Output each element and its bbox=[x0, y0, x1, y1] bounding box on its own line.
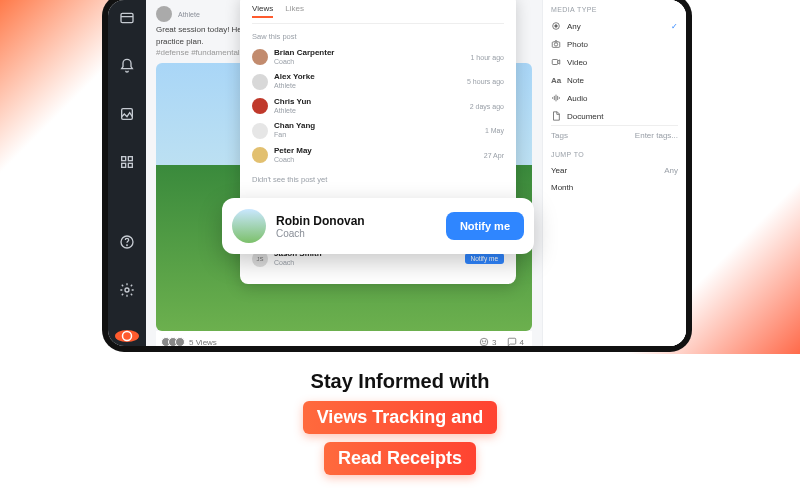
viewed-ago: 27 Apr bbox=[484, 152, 504, 159]
audio-icon bbox=[551, 93, 561, 103]
saw-label: Saw this post bbox=[252, 32, 504, 41]
media-type-note[interactable]: AaNote bbox=[551, 71, 678, 89]
gear-icon[interactable] bbox=[119, 282, 135, 298]
tags-label: Tags bbox=[551, 131, 568, 140]
avatar bbox=[252, 147, 268, 163]
svg-point-9 bbox=[123, 332, 132, 341]
jumpto-header: JUMP TO bbox=[551, 151, 678, 158]
inbox-icon[interactable] bbox=[119, 10, 135, 26]
avatar bbox=[156, 6, 172, 22]
year-label: Year bbox=[551, 166, 567, 175]
svg-rect-0 bbox=[121, 13, 133, 22]
notify-button-small[interactable]: Notify me bbox=[465, 253, 504, 264]
marketing-copy: Stay Informed with Views Tracking and Re… bbox=[0, 354, 800, 475]
svg-point-12 bbox=[485, 341, 486, 342]
svg-point-14 bbox=[555, 25, 558, 28]
text-icon: Aa bbox=[551, 75, 561, 85]
avatar bbox=[252, 98, 268, 114]
marketing-pill-1: Views Tracking and bbox=[303, 401, 498, 434]
author-role: Athlete bbox=[178, 11, 200, 18]
viewer-row[interactable]: Brian CarpenterCoach1 hour ago bbox=[252, 45, 504, 69]
svg-rect-3 bbox=[128, 157, 132, 161]
circle-dot-icon bbox=[551, 21, 561, 31]
viewed-ago: 5 hours ago bbox=[467, 78, 504, 85]
svg-rect-17 bbox=[552, 60, 557, 65]
help-icon[interactable] bbox=[119, 234, 135, 250]
highlight-role: Coach bbox=[276, 228, 365, 239]
comment-icon bbox=[507, 337, 517, 346]
media-type-audio[interactable]: Audio bbox=[551, 89, 678, 107]
media-type-photo[interactable]: Photo bbox=[551, 35, 678, 53]
tab-views[interactable]: Views bbox=[252, 4, 273, 18]
viewer-row[interactable]: Alex YorkeAthlete5 hours ago bbox=[252, 69, 504, 93]
sidebar-add-button[interactable] bbox=[115, 330, 139, 342]
viewed-ago: 2 days ago bbox=[470, 103, 504, 110]
views-label[interactable]: 5 Views bbox=[189, 338, 217, 347]
filter-panel: MEDIA TYPE Any✓PhotoVideoAaNoteAudioDocu… bbox=[542, 0, 686, 346]
svg-rect-5 bbox=[128, 163, 132, 167]
svg-point-7 bbox=[127, 245, 128, 246]
apps-icon[interactable] bbox=[119, 154, 135, 170]
bell-icon[interactable] bbox=[119, 58, 135, 74]
viewed-ago: 1 hour ago bbox=[471, 54, 504, 61]
highlight-name: Robin Donovan bbox=[276, 214, 365, 228]
svg-point-10 bbox=[480, 338, 488, 346]
views-bar: 5 Views 3 4 bbox=[156, 331, 532, 346]
viewer-avatars[interactable] bbox=[164, 337, 185, 346]
svg-point-8 bbox=[125, 288, 129, 292]
media-type-document[interactable]: Document bbox=[551, 107, 678, 125]
reaction-icon bbox=[479, 337, 489, 346]
avatar bbox=[252, 74, 268, 90]
media-type-video[interactable]: Video bbox=[551, 53, 678, 71]
video-icon bbox=[551, 57, 561, 67]
svg-rect-4 bbox=[122, 163, 126, 167]
avatar bbox=[252, 123, 268, 139]
camera-icon bbox=[551, 39, 561, 49]
avatar bbox=[252, 49, 268, 65]
media-type-any[interactable]: Any✓ bbox=[551, 17, 678, 35]
viewer-row[interactable]: Chan YangFan1 May bbox=[252, 118, 504, 142]
media-type-header: MEDIA TYPE bbox=[551, 6, 678, 13]
notify-button[interactable]: Notify me bbox=[446, 212, 524, 240]
check-icon: ✓ bbox=[671, 22, 678, 31]
marketing-line1: Stay Informed with bbox=[0, 370, 800, 393]
notseen-label: Didn't see this post yet bbox=[252, 175, 504, 184]
year-value[interactable]: Any bbox=[664, 166, 678, 175]
svg-point-16 bbox=[554, 43, 557, 46]
avatar bbox=[232, 209, 266, 243]
highlight-card: Robin Donovan Coach Notify me bbox=[222, 198, 534, 254]
svg-rect-2 bbox=[122, 157, 126, 161]
viewer-row[interactable]: Peter MayCoach27 Apr bbox=[252, 143, 504, 167]
tab-likes[interactable]: Likes bbox=[285, 4, 304, 18]
image-icon[interactable] bbox=[119, 106, 135, 122]
tags-input[interactable]: Enter tags... bbox=[635, 131, 678, 140]
viewed-ago: 1 May bbox=[485, 127, 504, 134]
doc-icon bbox=[551, 111, 561, 121]
month-label: Month bbox=[551, 183, 573, 192]
viewer-row[interactable]: Chris YunAthlete2 days ago bbox=[252, 94, 504, 118]
comments-count[interactable]: 4 bbox=[507, 337, 524, 346]
tablet-device: Athlete Great session today! Here's a...… bbox=[102, 0, 692, 352]
svg-point-11 bbox=[482, 341, 483, 342]
marketing-pill-2: Read Receipts bbox=[324, 442, 476, 475]
reactions-count[interactable]: 3 bbox=[479, 337, 496, 346]
app-sidebar bbox=[108, 0, 146, 346]
